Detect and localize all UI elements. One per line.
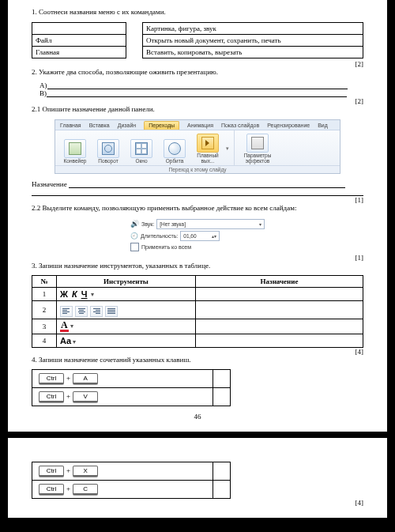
- ribbon-btn-effects: Параметры эффектов: [239, 134, 276, 164]
- tools-table: № Инструменты Назначение 1 Ж К Ч ▾ 2: [32, 275, 363, 347]
- blank-line: [69, 180, 345, 188]
- worksheet-page-1: 1. Соотнеси названия меню с их командами…: [8, 0, 387, 432]
- th-tool: Инструменты: [57, 276, 196, 288]
- shortcut-cell: Ctrl+A: [32, 370, 213, 388]
- shortcut-cell: Ctrl+X: [32, 462, 213, 481]
- italic-icon: К: [72, 289, 77, 299]
- ribbon-tab: Дизайн: [118, 121, 137, 130]
- transition-options-panel: 🔊 Звук: [Нет звука]▾ 🕘 Длительность: 01,…: [130, 218, 265, 252]
- q2-a-label: А): [40, 81, 47, 89]
- tool-cell-change-case: Аа ▾: [57, 334, 196, 347]
- conveyor-icon: [69, 142, 81, 155]
- key: V: [73, 391, 98, 402]
- answer-cell: [213, 462, 230, 481]
- ribbon-tab: Вставка: [89, 121, 110, 130]
- speaker-icon: 🔊: [130, 220, 139, 228]
- align-justify-icon: [105, 306, 118, 317]
- key: Ctrl: [39, 484, 64, 495]
- font-color-icon: А: [60, 321, 69, 332]
- ribbon-tab: Рецензирование: [267, 121, 310, 130]
- shortcuts-table-1: Ctrl+A Ctrl+V: [32, 369, 231, 406]
- th-use: Назначение: [195, 276, 363, 288]
- q4-points: [4]: [32, 499, 363, 507]
- q1-right-1: Открыть новый документ, сохранить, печат…: [143, 34, 363, 46]
- window-icon: [135, 142, 148, 155]
- row-num: 2: [32, 301, 57, 319]
- change-case-icon: Аа: [60, 336, 71, 345]
- effects-icon: [251, 137, 264, 149]
- bold-icon: Ж: [60, 289, 68, 299]
- dropdown-icon: ▾: [70, 323, 73, 330]
- worksheet-page-2: Ctrl+X Ctrl+C [4]: [8, 438, 387, 518]
- key: Ctrl: [39, 391, 64, 402]
- tool-cell-bold-italic-underline: Ж К Ч ▾: [57, 288, 196, 301]
- play-icon: [201, 137, 214, 149]
- answer-cell: [195, 334, 363, 347]
- answer-cell: [213, 481, 230, 499]
- sound-dropdown: [Нет звука]▾: [156, 219, 265, 229]
- clock-icon: 🕘: [130, 232, 138, 240]
- duration-spinner: 01,60▴▾: [180, 231, 220, 241]
- rotate-icon: [102, 142, 115, 155]
- key: C: [73, 484, 98, 495]
- row-num: 1: [32, 288, 57, 301]
- shortcut-cell: Ctrl+C: [32, 481, 213, 499]
- answer-cell: [213, 370, 230, 388]
- page-number: 46: [32, 413, 363, 421]
- blank-line: [32, 188, 363, 196]
- q1-prompt: 1. Соотнеси названия меню с их командами…: [32, 8, 363, 17]
- tool-cell-alignment: [57, 301, 196, 319]
- row-num: 3: [32, 319, 57, 334]
- q3-points: [4]: [32, 348, 363, 356]
- duration-label: Длительность:: [141, 233, 178, 239]
- sound-label: Звук:: [141, 221, 154, 227]
- ribbon-btn-window: Окно: [126, 139, 156, 164]
- align-center-icon: [75, 306, 88, 317]
- answer-cell: [195, 319, 363, 334]
- q1-points: [2]: [32, 60, 363, 68]
- q1-right-0: Картинка, фигура, звук: [143, 22, 363, 34]
- q4-prompt: 4. Запиши назначение сочетаний указанных…: [32, 356, 363, 365]
- answer-cell: [213, 388, 230, 406]
- ribbon-tabs: Главная Вставка Дизайн Переходы Анимация…: [55, 120, 340, 130]
- q3-prompt: 3. Запиши назначение инструментов, указа…: [32, 262, 363, 271]
- tool-cell-font-color: А ▾: [57, 319, 196, 334]
- key: Ctrl: [39, 373, 64, 384]
- q1-left-1: Главная: [32, 46, 126, 58]
- align-right-icon: [90, 306, 103, 317]
- ribbon-tab-active: Переходы: [144, 121, 179, 130]
- blank-line: [47, 89, 347, 97]
- answer-cell: [195, 288, 363, 301]
- q2-2-prompt: 2.2 Выделите команду, позволяющую примен…: [32, 204, 363, 213]
- ribbon-group-label: Переход к этому слайду: [55, 165, 340, 173]
- answer-label: Назначение: [32, 180, 67, 188]
- powerpoint-ribbon: Главная Вставка Дизайн Переходы Анимация…: [55, 119, 340, 174]
- ribbon-btn-rotate: Поворот: [93, 139, 123, 164]
- ribbon-btn-conveyor: Конвейер: [60, 139, 90, 164]
- q2-points: [2]: [32, 97, 363, 105]
- q2-2-points: [1]: [32, 254, 363, 262]
- q1-right-2: Вставить, копировать, вырезать: [143, 46, 363, 58]
- q1-right-table: Картинка, фигура, звук Открыть новый док…: [142, 22, 363, 58]
- row-num: 4: [32, 334, 57, 347]
- orbit-icon: [168, 142, 181, 155]
- q2-1-points: [1]: [32, 196, 363, 204]
- q2-prompt: 2. Укажите два способа, позволяющие ожив…: [32, 68, 363, 77]
- q1-left-0: Файл: [32, 34, 126, 46]
- dropdown-icon: ▾: [73, 338, 76, 345]
- dropdown-icon: ▾: [91, 291, 94, 298]
- ribbon-tab: Анимация: [187, 121, 213, 130]
- ribbon-tab: Главная: [60, 121, 81, 130]
- apply-all-checkbox: [130, 243, 139, 251]
- key: A: [73, 373, 98, 384]
- ribbon-tab: Показ слайдов: [221, 121, 259, 130]
- underline-icon: Ч: [81, 289, 88, 299]
- shortcut-cell: Ctrl+V: [32, 388, 213, 406]
- apply-all-label: Применить ко всем: [141, 244, 191, 250]
- blank-line: [47, 81, 348, 89]
- ribbon-btn-smooth-selected: Плавный вых...: [193, 134, 223, 164]
- answer-cell: [195, 301, 363, 319]
- ribbon-tab: Вид: [318, 121, 328, 130]
- q2-b-label: В): [40, 89, 47, 97]
- align-left-icon: [60, 306, 73, 317]
